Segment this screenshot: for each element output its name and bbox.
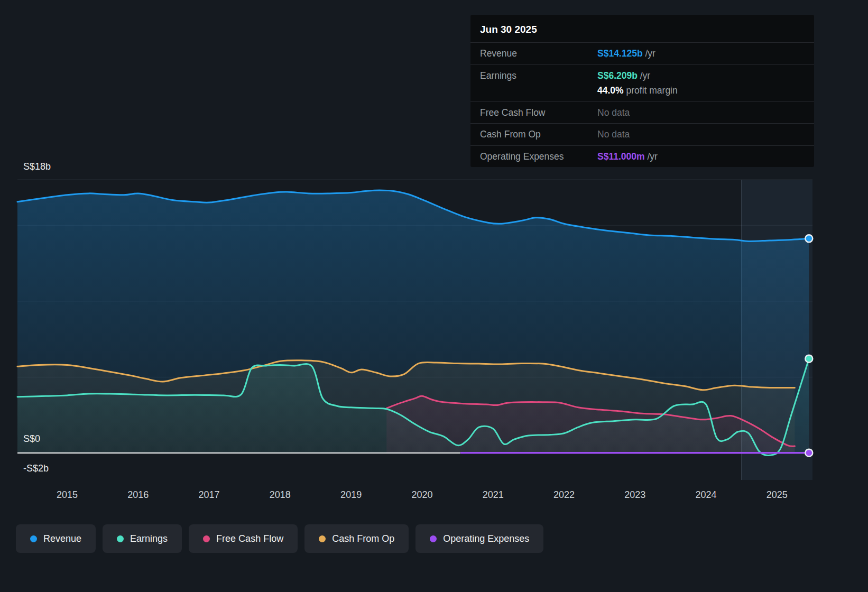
- x-axis-label-2024: 2024: [696, 489, 717, 501]
- y-axis-label-0: S$0: [23, 433, 40, 445]
- legend-item-revenue[interactable]: Revenue: [16, 524, 96, 553]
- x-axis: 2015201620172018201920202021202220232024…: [0, 489, 868, 503]
- legend-item-earnings[interactable]: Earnings: [103, 524, 182, 553]
- earnings-legend-dot-icon: [117, 535, 124, 542]
- tooltip-date: Jun 30 2025: [470, 15, 814, 42]
- legend-item-cash_from_op[interactable]: Cash From Op: [304, 524, 409, 553]
- tooltip-earnings-value: S$6.209b /yr 44.0% profit margin: [597, 69, 678, 97]
- tooltip-cashop-label: Cash From Op: [480, 128, 597, 141]
- operating_expenses-legend-dot-icon: [430, 535, 437, 542]
- legend-label-revenue: Revenue: [43, 533, 81, 544]
- x-axis-label-2022: 2022: [553, 489, 575, 501]
- tooltip-cashop-value: No data: [597, 128, 630, 141]
- tooltip-row-earnings: Earnings S$6.209b /yr 44.0% profit margi…: [470, 64, 814, 101]
- tooltip-revenue-value: S$14.125b /yr: [597, 47, 655, 60]
- tooltip-earnings-label: Earnings: [480, 69, 597, 97]
- tooltip-fcf-value: No data: [597, 106, 630, 119]
- financials-chart-panel: S$18b S$0 -S$2b 201520162017201820192020…: [0, 0, 868, 592]
- cash_from_op-legend-dot-icon: [319, 535, 326, 542]
- tooltip-row-operating-expenses: Operating Expenses S$11.000m /yr: [470, 145, 814, 168]
- x-axis-label-2025: 2025: [767, 489, 788, 501]
- y-axis-label-18b: S$18b: [23, 161, 51, 172]
- legend-item-free_cash_flow[interactable]: Free Cash Flow: [189, 524, 298, 553]
- x-axis-label-2020: 2020: [411, 489, 432, 501]
- data-tooltip: Jun 30 2025 Revenue S$14.125b /yr Earnin…: [470, 15, 814, 167]
- x-axis-label-2016: 2016: [127, 489, 149, 501]
- tooltip-row-free-cash-flow: Free Cash Flow No data: [470, 101, 814, 124]
- tooltip-fcf-label: Free Cash Flow: [480, 106, 597, 119]
- profit-margin: 44.0% profit margin: [597, 84, 678, 97]
- tooltip-row-revenue: Revenue S$14.125b /yr: [470, 42, 814, 64]
- legend-label-operating_expenses: Operating Expenses: [443, 533, 529, 544]
- y-axis-label-neg2b: -S$2b: [23, 463, 49, 474]
- x-axis-label-2018: 2018: [270, 489, 291, 501]
- x-axis-label-2015: 2015: [57, 489, 78, 501]
- free_cash_flow-legend-dot-icon: [203, 535, 210, 542]
- legend-label-earnings: Earnings: [130, 533, 168, 544]
- legend-item-operating_expenses[interactable]: Operating Expenses: [415, 524, 543, 553]
- legend: RevenueEarningsFree Cash FlowCash From O…: [16, 524, 543, 553]
- tooltip-opex-value: S$11.000m /yr: [597, 150, 658, 163]
- legend-label-free_cash_flow: Free Cash Flow: [216, 533, 283, 544]
- x-axis-label-2021: 2021: [483, 489, 504, 501]
- x-axis-label-2017: 2017: [199, 489, 220, 501]
- tooltip-row-cash-from-op: Cash From Op No data: [470, 123, 814, 145]
- revenue-legend-dot-icon: [30, 535, 37, 542]
- legend-label-cash_from_op: Cash From Op: [332, 533, 394, 544]
- tooltip-revenue-label: Revenue: [480, 47, 597, 60]
- x-axis-label-2019: 2019: [340, 489, 362, 501]
- x-axis-label-2023: 2023: [624, 489, 645, 501]
- tooltip-opex-label: Operating Expenses: [480, 150, 597, 163]
